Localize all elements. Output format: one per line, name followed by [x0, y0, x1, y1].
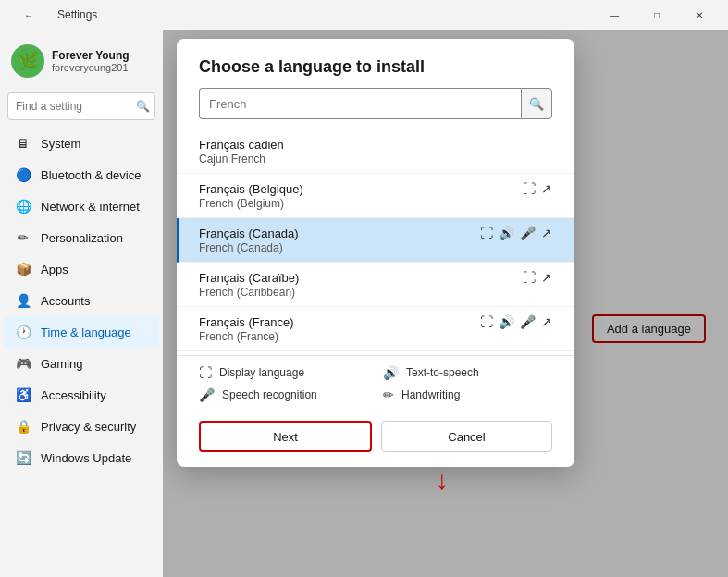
titlebar: ← Settings — □ ✕: [0, 0, 728, 30]
sidebar-item-label: Windows Update: [41, 451, 131, 465]
feature-label: Text-to-speech: [406, 366, 479, 379]
modal-search-button[interactable]: 🔍: [521, 88, 552, 119]
sidebar-item-accessibility[interactable]: ♿ Accessibility: [4, 379, 159, 411]
avatar: 🌿: [11, 44, 44, 78]
language-item-france[interactable]: Français (France) ⛶ 🔊 🎤 ↗ French (France…: [177, 307, 574, 351]
sidebar-item-label: Apps: [41, 263, 68, 276]
lang-item-header: Français (Belgique) ⛶ ↗: [199, 181, 552, 196]
sidebar-search[interactable]: 🔍: [7, 92, 155, 120]
sidebar-item-apps[interactable]: 📦 Apps: [4, 253, 159, 285]
sidebar-item-accounts[interactable]: 👤 Accounts: [4, 285, 159, 316]
sidebar-item-time[interactable]: 🕐 Time & language: [4, 316, 159, 348]
handwriting-feature-icon: ✏: [383, 387, 394, 402]
profile-section: 🌿 Forever Young foreveryoung201: [0, 37, 163, 89]
modal-backdrop: Choose a language to install 🔍 Français …: [163, 30, 728, 577]
next-button[interactable]: Next: [199, 421, 372, 452]
feature-label: Handwriting: [401, 388, 460, 401]
lang-icons: ⛶ 🔊 🎤 ↗: [480, 314, 552, 329]
lang-name: Français (Canada): [199, 227, 299, 240]
sidebar-item-personalization[interactable]: ✏ Personalization: [4, 222, 159, 253]
sidebar-item-update[interactable]: 🔄 Windows Update: [4, 442, 159, 473]
language-item-belgique[interactable]: Français (Belgique) ⛶ ↗ French (Belgium): [177, 174, 574, 218]
feature-speech-recognition: 🎤 Speech recognition: [199, 387, 368, 402]
display-lang-icon: ⛶: [523, 270, 536, 285]
lang-name: Français cadien: [199, 138, 284, 152]
profile-email: foreveryoung201: [52, 62, 130, 73]
modal-header: Choose a language to install: [177, 39, 574, 88]
sidebar-item-label: System: [41, 137, 80, 151]
lang-sub: French (Caribbean): [199, 286, 552, 299]
apps-icon: 📦: [15, 261, 31, 277]
open-icon: ↗: [541, 181, 552, 196]
back-button[interactable]: ←: [7, 0, 50, 30]
open-icon: ↗: [541, 226, 552, 240]
lang-name: Français (France): [199, 315, 294, 329]
accounts-icon: 👤: [15, 292, 31, 309]
close-button[interactable]: ✕: [678, 0, 721, 30]
update-icon: 🔄: [15, 449, 31, 466]
sidebar-item-privacy[interactable]: 🔒 Privacy & security: [4, 411, 159, 442]
search-icon: 🔍: [136, 100, 150, 113]
feature-tts: 🔊 Text-to-speech: [383, 365, 552, 380]
modal-search-area: 🔍: [177, 88, 574, 130]
language-item-caraibe[interactable]: Français (Caraïbe) ⛶ ↗ French (Caribbean…: [177, 263, 574, 307]
sidebar-item-network[interactable]: 🌐 Network & internet: [4, 190, 159, 222]
titlebar-controls: — □ ✕: [593, 0, 721, 30]
feature-label: Speech recognition: [222, 388, 317, 401]
modal-title: Choose a language to install: [199, 57, 552, 77]
lang-sub: French (Belgium): [199, 197, 552, 210]
lang-sub: French (Canada): [199, 241, 552, 254]
lang-icons: ⛶ 🔊 🎤 ↗: [480, 226, 552, 240]
titlebar-left: ← Settings: [7, 0, 97, 30]
sidebar-item-gaming[interactable]: 🎮 Gaming: [4, 348, 159, 379]
profile-info: Forever Young foreveryoung201: [52, 49, 130, 73]
accessibility-icon: ♿: [15, 387, 31, 403]
speech-icon: 🔊: [499, 226, 514, 240]
system-icon: 🖥: [15, 135, 31, 152]
modal-search-input[interactable]: [199, 88, 521, 119]
sidebar: 🌿 Forever Young foreveryoung201 🔍 🖥 Syst…: [0, 30, 163, 577]
tts-feature-icon: 🔊: [383, 365, 399, 380]
sidebar-item-label: Time & language: [41, 325, 131, 339]
sidebar-item-label: Accounts: [41, 294, 90, 308]
feature-display-language: ⛶ Display language: [199, 365, 368, 380]
cancel-button[interactable]: Cancel: [381, 421, 552, 452]
language-features: ⛶ Display language 🔊 Text-to-speech 🎤 Sp…: [177, 355, 574, 411]
sidebar-item-bluetooth[interactable]: 🔵 Bluetooth & device: [4, 159, 159, 190]
privacy-icon: 🔒: [15, 418, 31, 435]
mic-icon: 🎤: [520, 314, 536, 329]
lang-name: Français (Caraïbe): [199, 271, 299, 285]
open-icon: ↗: [541, 270, 552, 285]
sidebar-item-label: Bluetooth & device: [41, 168, 141, 182]
display-lang-icon: ⛶: [480, 314, 493, 329]
display-lang-icon: ⛶: [480, 226, 493, 240]
modal-dialog: Choose a language to install 🔍 Français …: [177, 39, 574, 467]
down-arrow-annotation: ↓: [436, 466, 449, 496]
language-item-cajun[interactable]: Français cadien Cajun French: [177, 130, 574, 174]
maximize-button[interactable]: □: [635, 0, 678, 30]
network-icon: 🌐: [15, 198, 31, 215]
lang-item-header: Français (Canada) ⛶ 🔊 🎤 ↗: [199, 226, 552, 240]
bluetooth-icon: 🔵: [15, 166, 31, 183]
display-lang-icon: ⛶: [523, 181, 536, 196]
sidebar-item-label: Personalization: [41, 231, 123, 245]
lang-icons: ⛶ ↗: [523, 181, 552, 196]
lang-sub: Cajun French: [199, 153, 552, 166]
lang-item-header: Français cadien: [199, 138, 552, 152]
lang-item-header: Français (France) ⛶ 🔊 🎤 ↗: [199, 314, 552, 329]
sidebar-item-label: Accessibility: [41, 388, 106, 402]
window-title: Settings: [57, 8, 97, 21]
lang-name: Français (Belgique): [199, 182, 303, 196]
feature-label: Display language: [219, 366, 304, 379]
lang-sub: French (France): [199, 330, 552, 343]
time-icon: 🕐: [15, 324, 31, 340]
speech-icon: 🔊: [499, 314, 514, 329]
content-area: n rer will appear in this Add a language…: [163, 30, 728, 577]
language-item-canada[interactable]: Français (Canada) ⛶ 🔊 🎤 ↗ French (Canada…: [177, 218, 574, 263]
sidebar-item-system[interactable]: 🖥 System: [4, 128, 159, 159]
minimize-button[interactable]: —: [593, 0, 635, 30]
search-input[interactable]: [7, 92, 155, 120]
open-icon: ↗: [541, 314, 552, 329]
personalization-icon: ✏: [15, 229, 31, 246]
settings-window: ← Settings — □ ✕ 🌿 Forever Young forever…: [0, 0, 728, 577]
